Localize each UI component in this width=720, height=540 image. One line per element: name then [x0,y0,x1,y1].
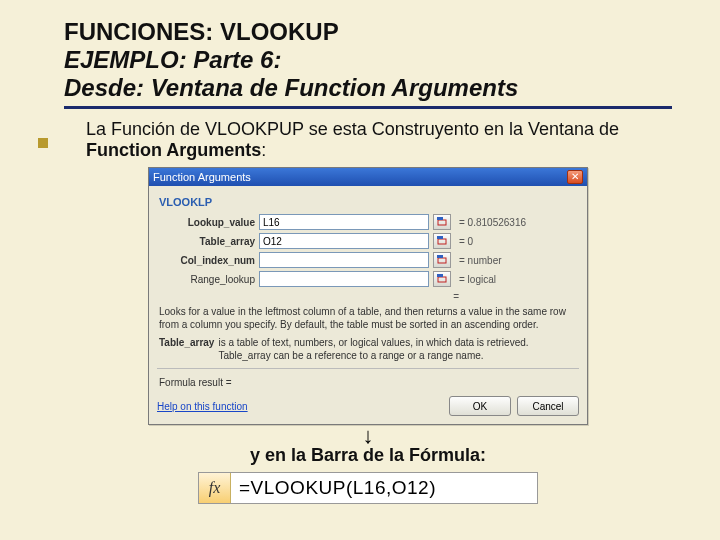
arrow-down-icon: ↓ [64,429,672,443]
function-description: Looks for a value in the leftmost column… [159,306,577,331]
title3-prefix: Desde: Ventana de [64,74,285,101]
lookup-value-input[interactable] [259,214,429,230]
arg-row-lookup-value: Lookup_value = 0.810526316 [157,214,579,230]
dialog-body: VLOOKLP Lookup_value = 0.810526316 Table… [149,186,587,424]
formula-result: Formula result = [159,377,577,388]
svg-rect-5 [437,255,443,258]
title3-fa: Function Arguments [285,74,519,101]
arg-row-col-index: Col_index_num = number [157,252,579,268]
ok-button[interactable]: OK [449,396,511,416]
body-suffix: : [261,140,266,160]
title-line-2: EJEMPLO: Parte 6: [64,46,672,74]
svg-rect-4 [438,258,446,263]
title-block: FUNCIONES: VLOOKUP EJEMPLO: Parte 6: Des… [64,18,672,109]
refedit-icon[interactable] [433,233,451,249]
svg-rect-1 [437,217,443,220]
body-fa: Function Arguments [86,140,261,160]
overall-eq: = [157,291,579,302]
cancel-button[interactable]: Cancel [517,396,579,416]
function-name: VLOOKLP [159,196,579,208]
svg-rect-0 [438,220,446,225]
fx-button[interactable]: fx [199,473,231,503]
title-line-1: FUNCIONES: VLOOKUP [64,18,672,46]
arg-label: Range_lookup [157,274,255,285]
refedit-icon[interactable] [433,271,451,287]
table-array-input[interactable] [259,233,429,249]
svg-rect-2 [438,239,446,244]
formula-bar-caption: y en la Barra de la Fórmula: [64,445,672,466]
arg-desc-label: Table_array [159,337,214,362]
bullet-accent [38,138,48,148]
svg-rect-6 [438,277,446,282]
svg-rect-3 [437,236,443,239]
title-line-3: Desde: Ventana de Function Arguments [64,74,672,102]
help-link[interactable]: Help on this function [157,401,248,412]
arg-label: Col_index_num [157,255,255,266]
refedit-icon[interactable] [433,252,451,268]
svg-rect-7 [437,274,443,277]
dialog-footer: Help on this function OK Cancel [157,392,579,416]
close-icon[interactable]: ✕ [567,170,583,184]
body-prefix: La Función de VLOOKPUP se esta Construye… [86,119,619,139]
arg-label: Lookup_value [157,217,255,228]
arg-row-table-array: Table_array = 0 [157,233,579,249]
divider [157,368,579,369]
arg-result: = number [459,255,502,266]
arg-description: Table_array is a table of text, numbers,… [159,337,577,362]
formula-text[interactable]: =VLOOKUP(L16,O12) [231,473,537,503]
formula-bar: fx =VLOOKUP(L16,O12) [198,472,538,504]
function-arguments-dialog: Function Arguments ✕ VLOOKLP Lookup_valu… [148,167,588,425]
arg-label: Table_array [157,236,255,247]
dialog-title: Function Arguments [153,171,251,183]
dialog-titlebar[interactable]: Function Arguments ✕ [149,168,587,186]
arg-result: = logical [459,274,496,285]
arg-result: = 0 [459,236,473,247]
range-lookup-input[interactable] [259,271,429,287]
arg-desc-text: is a table of text, numbers, or logical … [218,337,577,362]
body-text: La Función de VLOOKPUP se esta Construye… [86,119,672,161]
arg-row-range-lookup: Range_lookup = logical [157,271,579,287]
refedit-icon[interactable] [433,214,451,230]
arg-result: = 0.810526316 [459,217,526,228]
col-index-input[interactable] [259,252,429,268]
